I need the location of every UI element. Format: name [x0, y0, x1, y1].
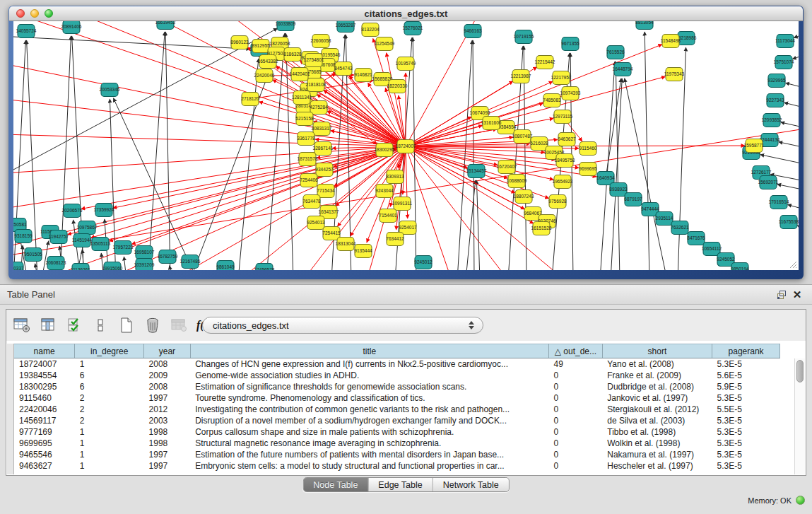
graph-node[interactable]: 12973115 — [553, 110, 573, 124]
graph-node[interactable]: 3310337 — [13, 262, 24, 271]
graph-node[interactable]: 12167486 — [180, 255, 201, 269]
graph-node[interactable]: 7615526 — [606, 46, 625, 59]
graph-node[interactable]: 9463627 — [558, 133, 576, 146]
graph-node[interactable]: 15958771 — [744, 139, 765, 153]
graph-node[interactable]: 7634412 — [386, 233, 404, 246]
graph-node[interactable]: 9254013 — [307, 216, 325, 230]
graph-node[interactable]: 20206576 — [62, 204, 83, 218]
graph-edge[interactable] — [788, 204, 799, 211]
graph-node[interactable]: 10195749 — [396, 57, 416, 71]
table-vertical-scrollbar[interactable] — [794, 358, 805, 474]
graph-node[interactable]: 11548498 — [661, 35, 681, 48]
graph-node[interactable]: 16720407 — [497, 160, 517, 174]
graph-node[interactable]: 18300295 — [375, 144, 395, 157]
col-header-short[interactable]: short — [602, 344, 712, 358]
graph-node[interactable]: 12213987 — [511, 70, 531, 83]
col-header-name[interactable]: name — [14, 344, 75, 358]
graph-node[interactable]: 7254406 — [300, 174, 318, 187]
graph-node[interactable]: 7485083 — [543, 94, 561, 107]
col-header-year[interactable]: year — [144, 344, 191, 358]
graph-node[interactable]: 9318159 — [14, 230, 33, 243]
graph-edge[interactable] — [406, 146, 452, 270]
graph-node[interactable]: 16543382 — [258, 55, 278, 69]
graph-node[interactable]: 15276021 — [403, 22, 423, 35]
graph-node[interactable]: 18220330 — [387, 80, 408, 93]
graph-node[interactable]: 19915060 — [102, 262, 123, 271]
graph-node[interactable]: 18807243 — [514, 190, 534, 204]
close-button[interactable] — [16, 9, 25, 18]
graph-node[interactable]: 17957223 — [113, 241, 134, 255]
table-row[interactable]: 1938455462009Genome-wide association stu… — [14, 370, 780, 381]
graph-node[interactable]: 9671355 — [561, 37, 579, 51]
graph-node[interactable]: 18313044 — [336, 238, 356, 251]
graph-node[interactable]: 9329965 — [767, 74, 786, 88]
col-header-out-degree[interactable]: △ out_de... — [549, 344, 603, 358]
graph-node[interactable]: 6879197 — [624, 193, 642, 206]
graph-node[interactable]: 7154401 — [379, 209, 397, 223]
graph-node[interactable]: 9850194 — [731, 263, 749, 271]
graph-node[interactable]: 11254549 — [375, 37, 395, 51]
graph-node[interactable]: 22420046 — [254, 69, 275, 83]
graph-edge[interactable] — [13, 37, 250, 49]
table-row[interactable]: 911546021997Tourette syndrome. Phenomeno… — [14, 392, 780, 404]
graph-node[interactable]: 9243044 — [375, 185, 394, 198]
graph-edge[interactable] — [13, 134, 406, 146]
graph-node[interactable]: 8132204 — [361, 23, 379, 37]
graph-node[interactable]: 8454743 — [334, 62, 353, 76]
graph-node[interactable]: 32867141 — [313, 142, 334, 156]
graph-node[interactable]: 10653287 — [336, 21, 356, 33]
graph-node[interactable]: 10719155 — [514, 30, 534, 44]
delete-column-icon[interactable] — [142, 315, 163, 335]
graph-edge[interactable] — [124, 257, 126, 270]
graph-edge[interactable] — [645, 32, 649, 270]
table-selector-dropdown[interactable]: citations_edges.txt — [202, 317, 483, 334]
graph-node[interactable]: 8960123 — [230, 36, 249, 49]
graph-node[interactable]: 2935114 — [656, 212, 673, 226]
graph-node[interactable]: 16958107 — [134, 246, 155, 259]
graph-node[interactable]: 16619452 — [155, 21, 176, 30]
graph-node[interactable]: 8186328 — [283, 48, 302, 62]
memory-status-indicator[interactable] — [796, 496, 805, 505]
delete-table-icon[interactable] — [168, 315, 189, 335]
table-row[interactable]: 946362711997Embryonic stem cells: a mode… — [14, 460, 780, 472]
canvas-resize-grip[interactable] — [789, 260, 797, 269]
graph-node[interactable]: 10688609 — [507, 175, 527, 188]
tab-network-table[interactable]: Network Table — [433, 478, 509, 491]
graph-node[interactable]: 9115460 — [579, 142, 597, 156]
graph-node[interactable]: 17016514 — [769, 196, 789, 209]
tab-node-table[interactable]: Node Table — [303, 478, 368, 491]
graph-node[interactable]: 10991311 — [392, 197, 413, 211]
graph-edge[interactable] — [794, 35, 799, 38]
graph-node[interactable]: 12093852 — [762, 114, 782, 127]
minimize-button[interactable] — [30, 9, 39, 18]
graph-node[interactable]: 8813054 — [635, 21, 654, 30]
graph-edge[interactable] — [784, 103, 799, 109]
scrollbar-thumb[interactable] — [796, 360, 804, 382]
graph-edge[interactable] — [406, 81, 513, 146]
graph-edge[interactable] — [406, 21, 480, 146]
graph-node[interactable]: 15751074 — [774, 56, 794, 69]
graph-node[interactable]: 18731578 — [298, 153, 318, 166]
graph-node[interactable]: 9756928 — [548, 195, 567, 209]
float-panel-icon[interactable] — [774, 288, 789, 302]
graph-node[interactable]: 20053346 — [100, 83, 120, 97]
graph-node[interactable]: 3361778 — [297, 132, 315, 146]
graph-node[interactable]: 18495758 — [555, 154, 575, 168]
select-all-icon[interactable] — [64, 315, 85, 335]
graph-node[interactable]: 11173044 — [775, 35, 795, 48]
graph-node[interactable]: 14420401 — [290, 68, 310, 81]
graph-node[interactable]: 12215442 — [535, 56, 555, 69]
zoom-button[interactable] — [45, 9, 53, 18]
new-column-icon[interactable] — [116, 315, 137, 335]
graph-edge[interactable] — [786, 83, 799, 89]
graph-edge[interactable] — [406, 45, 662, 146]
graph-edge[interactable] — [190, 52, 276, 270]
row-options-icon[interactable] — [90, 315, 111, 335]
graph-edge[interactable] — [13, 146, 406, 209]
graph-edge[interactable] — [476, 180, 480, 270]
graph-node[interactable]: 20608123 — [46, 257, 66, 270]
graph-node[interactable]: 19654923 — [553, 175, 573, 189]
graph-node[interactable]: 15134457 — [466, 165, 487, 178]
graph-node[interactable]: 10975867 — [77, 221, 98, 235]
graph-node[interactable]: 8309313 — [386, 170, 404, 184]
